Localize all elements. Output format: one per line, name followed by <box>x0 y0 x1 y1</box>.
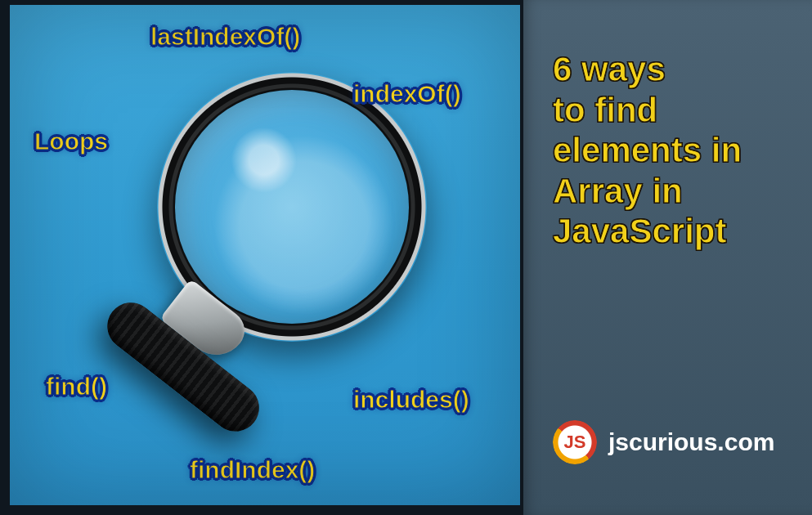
title-line: 6 ways <box>553 49 789 90</box>
title-line: to find <box>553 90 789 131</box>
right-panel: 6 ways to find elements in Array in Java… <box>523 0 812 515</box>
magnifying-glass <box>108 72 451 497</box>
title-line: JavaScript <box>553 211 789 252</box>
site-logo-icon: JS <box>553 420 597 464</box>
site-attribution: JS jscurious.com <box>553 420 774 464</box>
method-loops: Loops <box>34 128 108 155</box>
method-find: find() <box>46 373 107 401</box>
method-lastindexof: lastIndexOf() <box>150 23 300 51</box>
title-line: elements in <box>553 130 789 171</box>
banner-title: 6 ways to find elements in Array in Java… <box>553 49 789 252</box>
logo-text: JS <box>564 432 586 453</box>
site-name: jscurious.com <box>608 428 774 456</box>
banner-stage: lastIndexOf() indexOf() Loops find() inc… <box>0 0 812 515</box>
left-panel: lastIndexOf() indexOf() Loops find() inc… <box>0 0 523 515</box>
method-indexof: indexOf() <box>353 80 461 108</box>
method-includes: includes() <box>353 386 469 414</box>
lens-glass <box>175 90 409 324</box>
method-findindex: findIndex() <box>190 456 315 484</box>
title-line: Array in <box>553 171 789 212</box>
